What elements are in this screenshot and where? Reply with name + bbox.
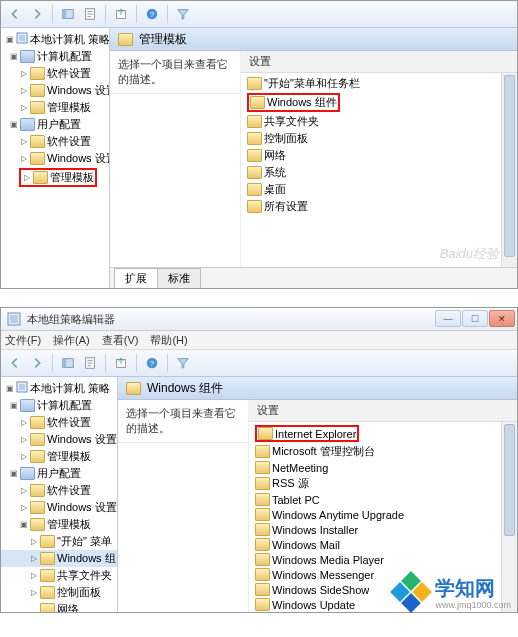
- expand-icon[interactable]: ▣: [9, 52, 18, 61]
- expand-icon[interactable]: ▣: [9, 401, 18, 410]
- column-header[interactable]: 设置: [241, 51, 517, 73]
- list-item[interactable]: 网络: [241, 147, 517, 164]
- list-item[interactable]: Windows Anytime Upgrade: [249, 507, 517, 522]
- tree-node[interactable]: ▷Windows 组: [1, 550, 117, 567]
- nav-back-button[interactable]: [5, 353, 25, 373]
- menu-item[interactable]: 查看(V): [102, 333, 139, 348]
- expand-icon[interactable]: ▷: [29, 554, 38, 563]
- list-item[interactable]: 桌面: [241, 181, 517, 198]
- list-item[interactable]: Windows 组件: [241, 92, 517, 113]
- tree-node[interactable]: ▷Windows 设置: [1, 150, 109, 167]
- item-list[interactable]: "开始"菜单和任务栏Windows 组件共享文件夹控制面板网络系统桌面所有设置 …: [241, 73, 517, 267]
- item-list[interactable]: Internet ExplorerMicrosoft 管理控制台NetMeeti…: [249, 422, 517, 612]
- expand-icon[interactable]: ▷: [19, 435, 28, 444]
- list-item[interactable]: NetMeeting: [249, 460, 517, 475]
- tree-node[interactable]: ▷控制面板: [1, 584, 117, 601]
- tree-node[interactable]: ▷共享文件夹: [1, 567, 117, 584]
- list-item[interactable]: Windows Messenger: [249, 567, 517, 582]
- list-item[interactable]: Internet Explorer: [249, 424, 517, 443]
- tree-root[interactable]: ▣ 本地计算机 策略: [1, 30, 109, 48]
- expand-icon[interactable]: ▣: [9, 469, 18, 478]
- tree-node[interactable]: ▷管理模板: [1, 448, 117, 465]
- tree-node[interactable]: ▷Windows 设置: [1, 499, 117, 516]
- tree-root[interactable]: ▣ 本地计算机 策略: [1, 379, 117, 397]
- export-button[interactable]: [111, 4, 131, 24]
- expand-icon[interactable]: ▷: [29, 537, 38, 546]
- properties-button[interactable]: [80, 4, 100, 24]
- tree-node[interactable]: ▷Windows 设置: [1, 431, 117, 448]
- tab-extended[interactable]: 扩展: [114, 268, 158, 288]
- export-button[interactable]: [111, 353, 131, 373]
- expand-icon[interactable]: ▷: [29, 588, 38, 597]
- nav-forward-button[interactable]: [27, 4, 47, 24]
- show-hide-tree-button[interactable]: [58, 353, 78, 373]
- scroll-thumb[interactable]: [504, 75, 515, 257]
- close-button[interactable]: ✕: [489, 310, 515, 327]
- expand-icon[interactable]: ▷: [19, 86, 28, 95]
- item-label: Internet Explorer: [275, 428, 356, 440]
- tree-node[interactable]: ▣管理模板: [1, 516, 117, 533]
- list-item[interactable]: 系统: [241, 164, 517, 181]
- menu-item[interactable]: 文件(F): [5, 333, 41, 348]
- list-item[interactable]: Windows Update: [249, 597, 517, 612]
- tree-node[interactable]: ▷管理模板: [1, 167, 109, 188]
- show-hide-tree-button[interactable]: [58, 4, 78, 24]
- list-item[interactable]: 共享文件夹: [241, 113, 517, 130]
- scroll-thumb[interactable]: [504, 424, 515, 536]
- tree-node[interactable]: ▷软件设置: [1, 414, 117, 431]
- expand-icon[interactable]: ▷: [29, 571, 38, 580]
- scrollbar[interactable]: [501, 422, 517, 612]
- list-item[interactable]: "开始"菜单和任务栏: [241, 75, 517, 92]
- tree-node[interactable]: ▣用户配置: [1, 116, 109, 133]
- list-item[interactable]: Windows Mail: [249, 537, 517, 552]
- expand-icon[interactable]: ▣: [5, 384, 14, 393]
- list-item[interactable]: Windows Media Player: [249, 552, 517, 567]
- list-item[interactable]: Windows SideShow: [249, 582, 517, 597]
- expand-icon[interactable]: ▷: [19, 69, 28, 78]
- tree-node[interactable]: ▷软件设置: [1, 133, 109, 150]
- list-item[interactable]: 控制面板: [241, 130, 517, 147]
- detail-title: 管理模板: [139, 31, 187, 48]
- tree-node[interactable]: ▣计算机配置: [1, 48, 109, 65]
- nav-forward-button[interactable]: [27, 353, 47, 373]
- tree-node[interactable]: ▣计算机配置: [1, 397, 117, 414]
- expand-icon[interactable]: ▷: [22, 173, 31, 182]
- expand-icon[interactable]: ▷: [19, 452, 28, 461]
- expand-icon[interactable]: ▷: [19, 103, 28, 112]
- help-button[interactable]: ?: [142, 353, 162, 373]
- tree-node[interactable]: ▷软件设置: [1, 482, 117, 499]
- expand-icon[interactable]: ▣: [19, 520, 28, 529]
- filter-button[interactable]: [173, 353, 193, 373]
- properties-button[interactable]: [80, 353, 100, 373]
- filter-button[interactable]: [173, 4, 193, 24]
- minimize-button[interactable]: —: [435, 310, 461, 327]
- maximize-button[interactable]: ☐: [462, 310, 488, 327]
- list-item[interactable]: Microsoft 管理控制台: [249, 443, 517, 460]
- help-button[interactable]: ?: [142, 4, 162, 24]
- expand-icon[interactable]: ▷: [19, 418, 28, 427]
- expand-icon[interactable]: ▷: [19, 486, 28, 495]
- tab-standard[interactable]: 标准: [157, 268, 201, 288]
- expand-icon[interactable]: ▷: [19, 137, 28, 146]
- list-item[interactable]: RSS 源: [249, 475, 517, 492]
- list-item[interactable]: Tablet PC: [249, 492, 517, 507]
- tree-panel[interactable]: ▣ 本地计算机 策略 ▣计算机配置▷软件设置▷Windows 设置▷管理模板▣用…: [1, 28, 110, 288]
- tree-node[interactable]: ▷管理模板: [1, 99, 109, 116]
- tree-node[interactable]: ▷软件设置: [1, 65, 109, 82]
- menu-item[interactable]: 操作(A): [53, 333, 90, 348]
- nav-back-button[interactable]: [5, 4, 25, 24]
- expand-icon[interactable]: ▷: [19, 503, 28, 512]
- expand-icon[interactable]: ▣: [9, 120, 18, 129]
- expand-icon[interactable]: ▣: [5, 35, 14, 44]
- tree-node[interactable]: ▷"开始" 菜单: [1, 533, 117, 550]
- menu-item[interactable]: 帮助(H): [150, 333, 187, 348]
- tree-node[interactable]: 网络: [1, 601, 117, 612]
- scrollbar[interactable]: [501, 73, 517, 267]
- column-header[interactable]: 设置: [249, 400, 517, 422]
- list-item[interactable]: 所有设置: [241, 198, 517, 215]
- list-item[interactable]: Windows Installer: [249, 522, 517, 537]
- tree-panel[interactable]: ▣ 本地计算机 策略 ▣计算机配置▷软件设置▷Windows 设置▷管理模板▣用…: [1, 377, 118, 612]
- tree-node[interactable]: ▣用户配置: [1, 465, 117, 482]
- expand-icon[interactable]: ▷: [19, 154, 28, 163]
- tree-node[interactable]: ▷Windows 设置: [1, 82, 109, 99]
